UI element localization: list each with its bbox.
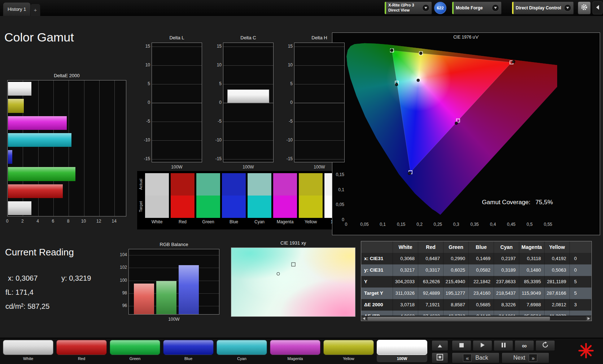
- axis-tick-label: 102: [113, 265, 127, 270]
- table-header-cell: [361, 241, 393, 253]
- table-cell: 115,9049: [519, 288, 545, 299]
- swatch-column-white: [145, 173, 169, 218]
- play-button[interactable]: [473, 340, 492, 351]
- chevron-down-icon[interactable]: [564, 4, 571, 12]
- meter-line2: Direct View: [388, 8, 414, 13]
- meter-line1: X-Rite i1Pro 3: [388, 3, 414, 8]
- outside-gamut-dim: [346, 43, 557, 215]
- refresh-button[interactable]: [536, 340, 555, 351]
- current-reading-title: Current Reading: [5, 247, 74, 258]
- double-chevron-right-icon: »: [529, 354, 537, 362]
- axis-tick-label: 0: [208, 100, 222, 105]
- axis-tick-label: 0: [345, 222, 348, 227]
- delta_l-title: Delta L: [152, 35, 202, 40]
- table-cell: 7,1921: [418, 299, 443, 311]
- current-reading-luminance: cd/m²: 587,25: [5, 302, 49, 311]
- measurement-table-panel: WhiteRedGreenBlueCyanMagentaYellowx: CIE…: [361, 241, 592, 321]
- cie1976-overlay: [346, 42, 557, 220]
- axis-tick-label: 0,5: [526, 222, 533, 227]
- pattern-patch-label: Red: [56, 356, 107, 361]
- new-tab-button[interactable]: +: [30, 4, 40, 16]
- settings-button[interactable]: [578, 1, 591, 14]
- refresh-icon: [542, 342, 549, 350]
- double-chevron-left-icon: «: [463, 354, 472, 362]
- table-cell-partial: [570, 311, 591, 316]
- deltae-bar-white: [8, 201, 31, 215]
- continuous-loop-button[interactable]: ∞: [515, 340, 534, 351]
- table-header-cell: Yellow: [545, 241, 570, 253]
- grid-line: [152, 159, 202, 159]
- measurement-table: WhiteRedGreenBlueCyanMagentaYellowx: CIE…: [361, 241, 591, 316]
- table-cell: 8,3226: [494, 299, 519, 311]
- pattern-button-100w[interactable]: 100W: [377, 340, 427, 362]
- delta_h-title: Delta H: [294, 35, 345, 40]
- axis-tick-label: -10: [279, 137, 293, 142]
- actual-swatch: [222, 173, 246, 196]
- axis-tick-label: 10: [81, 219, 86, 224]
- table-scrollbar[interactable]: [361, 316, 591, 321]
- axis-tick-label: 10: [279, 62, 293, 67]
- display-control-dropdown[interactable]: Direct Display Control: [512, 1, 574, 14]
- table-cell: 0,2990: [443, 253, 469, 264]
- table-cell: 85,3395: [519, 276, 545, 288]
- measured-marker-white: [417, 79, 420, 82]
- cie1976-title: CIE 1976 u'v': [332, 35, 600, 40]
- pattern-source-label: Mobile Forge: [452, 5, 483, 10]
- next-button[interactable]: Next »: [502, 352, 549, 363]
- axis-tick-label: -15: [136, 156, 150, 161]
- axis-tick-label: 96: [113, 303, 127, 308]
- pattern-button-magenta[interactable]: Magenta: [270, 340, 320, 362]
- scrollbar-thumb[interactable]: [367, 317, 550, 320]
- collapse-panel-button[interactable]: [593, 1, 603, 14]
- swatch-label: Green: [196, 219, 220, 224]
- pattern-button-white[interactable]: White: [3, 340, 53, 362]
- pattern-button-red[interactable]: Red: [56, 340, 107, 362]
- meter-count-badge[interactable]: 622: [434, 2, 446, 14]
- abort-button[interactable]: [578, 343, 594, 360]
- deltae-bar-blue: [8, 150, 12, 164]
- pattern-button-yellow[interactable]: Yellow: [323, 340, 374, 362]
- scroll-right-arrow-icon[interactable]: [586, 316, 591, 321]
- axis-tick-label: 15: [208, 44, 222, 49]
- history-tab[interactable]: History 1: [3, 2, 31, 16]
- chevron-down-icon[interactable]: [492, 4, 499, 12]
- pattern-button-blue[interactable]: Blue: [163, 340, 214, 362]
- pattern-source-dropdown[interactable]: Mobile Forge: [452, 1, 502, 14]
- axis-tick-label: -15: [279, 156, 293, 161]
- scroll-up-button[interactable]: [432, 340, 448, 351]
- target-swatch: [299, 196, 323, 218]
- grid-line: [223, 65, 273, 66]
- deltae-bar-magenta: [8, 116, 67, 130]
- chevron-down-icon[interactable]: [422, 4, 429, 12]
- swatch-column-green: [196, 173, 220, 218]
- axis-tick-label: 8: [67, 219, 70, 224]
- table-row-label: Target Y: [361, 288, 393, 299]
- measured-marker-yellow: [419, 52, 422, 55]
- stop-button[interactable]: [452, 340, 471, 351]
- table-cell: 23,4160: [469, 288, 494, 299]
- grid-line: [129, 268, 219, 268]
- axis-tick-label: -5: [279, 119, 293, 124]
- single-measure-button[interactable]: [432, 352, 448, 363]
- delta_c-bar: [227, 89, 269, 103]
- stop-icon: [459, 342, 464, 349]
- meter-dropdown[interactable]: X-Rite i1Pro 3 Direct View: [384, 1, 432, 14]
- table-cell: 63,2626: [418, 276, 443, 288]
- table-cell: 0,0582: [469, 264, 494, 276]
- axis-tick-label: 0,1: [332, 187, 344, 192]
- scroll-left-arrow-icon[interactable]: [361, 316, 367, 321]
- pattern-button-cyan[interactable]: Cyan: [217, 340, 267, 362]
- pause-icon: [502, 342, 506, 349]
- swatch-column-yellow: [299, 173, 323, 218]
- back-button[interactable]: « Back: [452, 352, 499, 363]
- axis-tick-label: -10: [208, 137, 222, 142]
- chevron-left-icon: [596, 5, 599, 11]
- cie1931-measured-marker: [277, 272, 280, 276]
- pause-button[interactable]: [494, 340, 513, 351]
- measured-marker-red: [512, 60, 515, 63]
- gamut-coverage: Gamut Coverage: 75,5%: [482, 199, 553, 206]
- table-cell: 24,1061: [494, 311, 519, 316]
- actual-swatch: [299, 173, 323, 196]
- pattern-toolbar: WhiteRedGreenBlueCyanMagentaYellow100W ∞…: [0, 338, 603, 364]
- pattern-button-green[interactable]: Green: [110, 340, 160, 362]
